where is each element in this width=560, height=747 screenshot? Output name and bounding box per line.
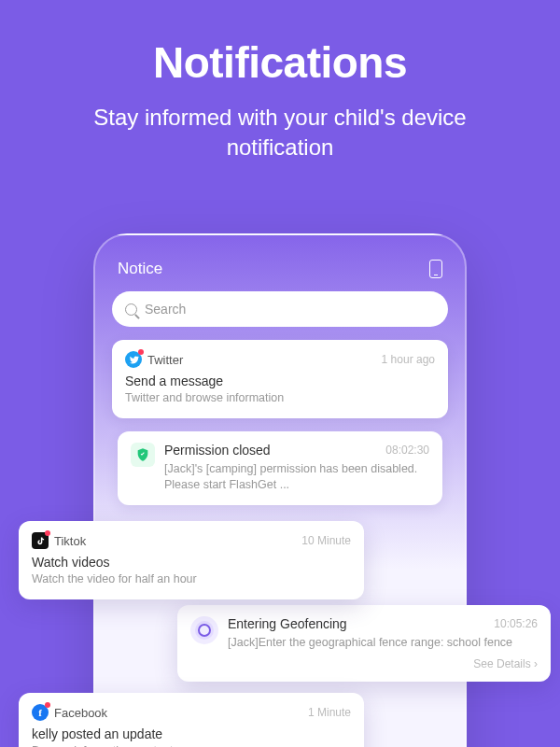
app-name: Twitter [147,353,183,367]
notification-card-geofencing[interactable]: Entering Geofencing 10:05:26 [Jack]Enter… [177,605,551,682]
shield-icon [131,443,155,467]
notification-card-permission[interactable]: Permission closed 08:02:30 [Jack]'s [cam… [118,431,442,505]
notification-desc: [Jack]Enter the geographical fence range… [228,635,538,652]
timestamp: 1 hour ago [382,353,435,366]
notification-title: Watch videos [32,555,351,570]
timestamp: 10 Minute [301,534,351,547]
notification-card-facebook[interactable]: f Facebook 1 Minute kelly posted an upda… [19,693,364,747]
page-subtitle: Stay informed with your child's device n… [37,103,523,163]
notification-desc: [Jack]'s [camping] permission has been d… [164,461,429,494]
see-details-link[interactable]: See Details [228,657,538,670]
notification-title: kelly posted an update [32,726,351,741]
unread-dot-icon [45,530,50,536]
facebook-icon: f [32,704,49,721]
notification-desc: Watch the video for half an hour [32,571,351,588]
search-placeholder: Search [145,302,186,317]
phone-header: Notice [112,256,448,291]
search-icon [125,303,137,316]
search-input[interactable]: Search [112,291,448,327]
app-name: Tiktok [54,534,86,548]
geofence-icon [190,616,218,644]
notification-desc: Browse information content [32,743,351,747]
device-icon[interactable] [429,260,442,278]
notification-card-twitter[interactable]: Twitter 1 hour ago Send a message Twitte… [112,340,448,418]
hero: Notifications Stay informed with your ch… [0,0,560,182]
notification-title: Entering Geofencing [228,616,347,631]
notification-desc: Twitter and browse information [125,390,435,407]
phone-header-title: Notice [118,260,162,278]
twitter-icon [125,351,142,368]
timestamp: 1 Minute [308,706,351,719]
app-name: Facebook [54,706,107,720]
notification-card-tiktok[interactable]: Tiktok 10 Minute Watch videos Watch the … [19,521,364,599]
timestamp: 08:02:30 [385,444,429,457]
tiktok-icon [32,532,49,549]
unread-dot-icon [138,349,144,355]
notification-title: Send a message [125,374,435,388]
page-title: Notifications [37,37,523,88]
timestamp: 10:05:26 [494,617,538,630]
notification-title: Permission closed [164,443,271,458]
unread-dot-icon [45,702,50,708]
